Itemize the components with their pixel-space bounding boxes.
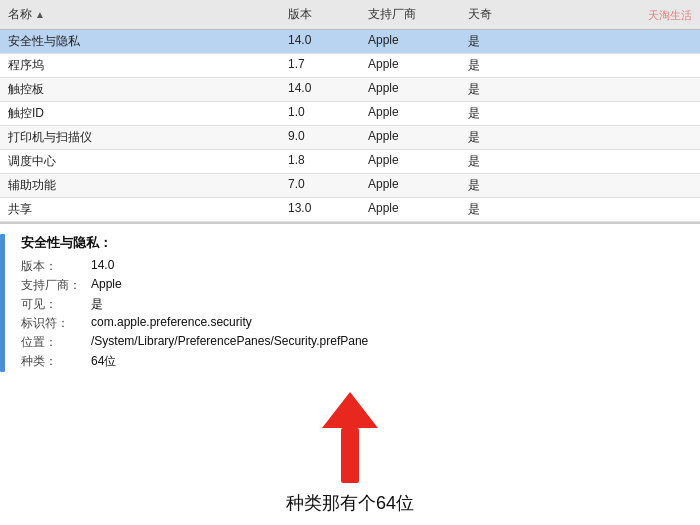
detail-field-value: 14.0: [91, 258, 114, 275]
detail-content: 安全性与隐私： 版本：14.0支持厂商：Apple可见：是标识符：com.app…: [13, 234, 700, 372]
detail-field-label: 支持厂商：: [21, 277, 91, 294]
table-cell: 7.0: [280, 174, 360, 197]
table-cell: 9.0: [280, 126, 360, 149]
table-cell: Apple: [360, 30, 460, 53]
detail-field-value: 是: [91, 296, 103, 313]
table-cell: 13.0: [280, 198, 360, 221]
detail-field-value: /System/Library/PreferencePanes/Security…: [91, 334, 368, 351]
detail-fields: 版本：14.0支持厂商：Apple可见：是标识符：com.apple.prefe…: [21, 258, 692, 370]
table-cell: 是: [460, 150, 540, 173]
table-cell: Apple: [360, 102, 460, 125]
table-body: 安全性与隐私14.0Apple是程序坞1.7Apple是触控板14.0Apple…: [0, 30, 700, 222]
table-row[interactable]: 共享13.0Apple是: [0, 198, 700, 222]
table-cell: 调度中心: [0, 150, 280, 173]
detail-field-label: 版本：: [21, 258, 91, 275]
table-cell: Apple: [360, 174, 460, 197]
table-cell: 是: [460, 126, 540, 149]
detail-row: 种类：64位: [21, 353, 692, 370]
table-cell: Apple: [360, 198, 460, 221]
detail-field-value: com.apple.preference.security: [91, 315, 252, 332]
detail-field-label: 种类：: [21, 353, 91, 370]
table-cell: 是: [460, 78, 540, 101]
detail-field-label: 标识符：: [21, 315, 91, 332]
detail-row: 支持厂商：Apple: [21, 277, 692, 294]
table-cell: Apple: [360, 126, 460, 149]
header-name: 名称 ▲: [0, 3, 280, 26]
main-container: 名称 ▲ 版本 支持厂商 天奇 安全性与隐私14.0Apple是程序坞1.7Ap…: [0, 0, 700, 525]
detail-row: 位置：/System/Library/PreferencePanes/Secur…: [21, 334, 692, 351]
detail-section: 安全性与隐私： 版本：14.0支持厂商：Apple可见：是标识符：com.app…: [0, 223, 700, 382]
table-cell: 程序坞: [0, 54, 280, 77]
table-row[interactable]: 触控板14.0Apple是: [0, 78, 700, 102]
table-row[interactable]: 安全性与隐私14.0Apple是: [0, 30, 700, 54]
sort-icon: ▲: [35, 9, 45, 20]
blue-bar: [0, 234, 5, 372]
annotation-text: 种类那有个64位: [286, 491, 414, 515]
detail-row: 版本：14.0: [21, 258, 692, 275]
table-row[interactable]: 触控ID1.0Apple是: [0, 102, 700, 126]
table-cell: 1.8: [280, 150, 360, 173]
detail-title: 安全性与隐私：: [21, 234, 692, 252]
detail-row: 可见：是: [21, 296, 692, 313]
table-row[interactable]: 程序坞1.7Apple是: [0, 54, 700, 78]
detail-row: 标识符：com.apple.preference.security: [21, 315, 692, 332]
table-row[interactable]: 辅助功能7.0Apple是: [0, 174, 700, 198]
table-cell: 是: [460, 54, 540, 77]
table-section: 名称 ▲ 版本 支持厂商 天奇 安全性与隐私14.0Apple是程序坞1.7Ap…: [0, 0, 700, 223]
table-cell: 共享: [0, 198, 280, 221]
table-cell: 是: [460, 30, 540, 53]
annotation-section: 种类那有个64位: [0, 382, 700, 525]
table-cell: 是: [460, 102, 540, 125]
arrow-head: [322, 392, 378, 428]
table-cell: 1.0: [280, 102, 360, 125]
table-row[interactable]: 调度中心1.8Apple是: [0, 150, 700, 174]
table-cell: 14.0: [280, 78, 360, 101]
detail-field-label: 位置：: [21, 334, 91, 351]
table-header: 名称 ▲ 版本 支持厂商 天奇: [0, 0, 700, 30]
table-cell: Apple: [360, 78, 460, 101]
arrow-shaft: [341, 428, 359, 483]
table-cell: 触控板: [0, 78, 280, 101]
table-cell: 辅助功能: [0, 174, 280, 197]
table-cell: 1.7: [280, 54, 360, 77]
table-row[interactable]: 打印机与扫描仪9.0Apple是: [0, 126, 700, 150]
table-cell: 打印机与扫描仪: [0, 126, 280, 149]
arrow-up: [322, 392, 378, 483]
detail-field-value: Apple: [91, 277, 122, 294]
table-cell: 是: [460, 198, 540, 221]
table-cell: 安全性与隐私: [0, 30, 280, 53]
header-version: 版本: [280, 3, 360, 26]
header-flag: 天奇: [460, 3, 540, 26]
table-cell: 触控ID: [0, 102, 280, 125]
detail-field-value: 64位: [91, 353, 116, 370]
table-cell: 14.0: [280, 30, 360, 53]
table-cell: Apple: [360, 150, 460, 173]
detail-field-label: 可见：: [21, 296, 91, 313]
table-cell: Apple: [360, 54, 460, 77]
header-vendor: 支持厂商: [360, 3, 460, 26]
table-cell: 是: [460, 174, 540, 197]
